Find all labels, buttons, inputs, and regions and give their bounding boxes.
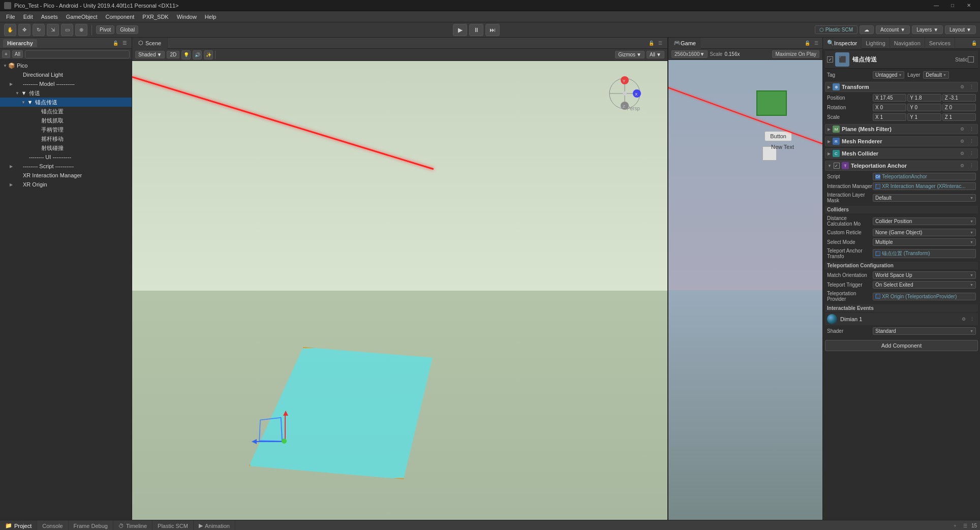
layer-dropdown[interactable]: Default [923, 71, 949, 79]
game-menu-icon[interactable]: ☰ [812, 39, 820, 47]
hierarchy-item[interactable]: ▼📦Pico [0, 61, 132, 70]
menu-item-component[interactable]: Component [101, 13, 138, 21]
hierarchy-item[interactable]: 手柄管理 [0, 125, 132, 134]
inspector-tab[interactable]: 🔍 Inspector [823, 38, 862, 49]
scene-tab[interactable]: ⬡ Scene [132, 38, 168, 49]
inspector-lock-icon[interactable]: 🔓 [970, 39, 978, 47]
move-tool-button[interactable]: ✥ [18, 24, 30, 36]
lighting-tab[interactable]: Lighting [862, 38, 890, 49]
hierarchy-item[interactable]: ▼▼锚点传送 [0, 98, 132, 107]
teleportation-anchor-header[interactable]: ▼ ✓ T Teleportation Anchor ⚙ ⋮ [825, 161, 978, 171]
scale-z[interactable]: Z 1 [942, 113, 976, 121]
services-tab[interactable]: Services [925, 38, 955, 49]
scene-lock-icon[interactable]: 🔓 [647, 39, 655, 47]
active-checkbox[interactable]: ✓ [827, 56, 833, 63]
im-value[interactable]: ⬛ XR Interaction Manager (XRInterac... [873, 182, 976, 190]
cr-dropdown[interactable]: None (Game Object) [873, 229, 976, 236]
teleportation-anchor-checkbox[interactable]: ✓ [834, 163, 840, 169]
rot-z[interactable]: Z 0 [942, 104, 976, 111]
shading-dropdown[interactable]: Shaded▼ [135, 51, 165, 58]
plastic-scm-button[interactable]: ⬡ Plastic SCM [815, 25, 858, 34]
mesh-renderer-header[interactable]: ▶ R Mesh Renderer ⚙ ⋮ [825, 136, 978, 146]
all-dropdown[interactable]: All▼ [647, 51, 664, 58]
hierarchy-item[interactable]: 射线抓取 [0, 116, 132, 125]
hierarchy-add-button[interactable]: + [2, 50, 10, 58]
pos-y[interactable]: Y 1.8 [907, 94, 941, 102]
menu-item-help[interactable]: Help [201, 13, 221, 21]
timeline-tab[interactable]: ⏱ Timeline [113, 520, 152, 531]
close-button[interactable]: ✕ [962, 0, 976, 11]
dcm-dropdown[interactable]: Collider Position [873, 217, 976, 225]
hierarchy-item[interactable]: XR Interaction Manager [0, 171, 132, 180]
scale-y[interactable]: Y 1 [907, 113, 941, 121]
hierarchy-item[interactable]: 锚点位置 [0, 107, 132, 116]
resolution-dropdown[interactable]: 2560x1600▼ [671, 50, 708, 58]
game-lock-icon[interactable]: 🔓 [803, 39, 811, 47]
material-more-icon[interactable]: ⋮ [968, 315, 976, 323]
hierarchy-lock-icon[interactable]: 🔓 [111, 39, 119, 47]
menu-item-edit[interactable]: Edit [19, 13, 37, 21]
shader-dropdown[interactable]: Standard [873, 327, 976, 335]
hierarchy-menu-icon[interactable]: ☰ [120, 39, 129, 47]
2d-toggle[interactable]: 2D [167, 51, 179, 58]
tag-dropdown[interactable]: Untagged [873, 71, 904, 79]
hierarchy-item[interactable]: ▶-------- Script ---------- [0, 162, 132, 171]
plastic-scm-bottom-tab[interactable]: Plastic SCM [152, 520, 194, 531]
scale-x[interactable]: X 1 [873, 113, 906, 121]
mesh-filter-more-icon[interactable]: ⋮ [967, 125, 975, 133]
transform-more-icon[interactable]: ⋮ [967, 83, 975, 91]
pos-z[interactable]: Z -3.1 [942, 94, 976, 102]
mesh-renderer-more-icon[interactable]: ⋮ [967, 137, 975, 145]
teleportation-more-icon[interactable]: ⋮ [967, 162, 975, 170]
pivot-dropdown[interactable]: Pivot [96, 25, 114, 34]
navigation-tab[interactable]: Navigation [890, 38, 925, 49]
mesh-collider-more-icon[interactable]: ⋮ [967, 149, 975, 158]
hierarchy-item[interactable]: 摇杆移动 [0, 134, 132, 143]
gizmos-dropdown[interactable]: Gizmos▼ [615, 51, 645, 58]
scene-menu-icon[interactable]: ☰ [656, 39, 664, 47]
scene-fx-button[interactable]: ✨ [204, 50, 213, 59]
material-settings-icon[interactable]: ⚙ [960, 315, 968, 323]
hierarchy-item[interactable]: ▶-------- Model ---------- [0, 79, 132, 88]
menu-item-file[interactable]: File [2, 13, 19, 21]
static-checkbox[interactable] [968, 56, 974, 63]
layers-button[interactable]: Layers▼ [912, 25, 943, 34]
game-view[interactable]: Button New Text [668, 60, 822, 520]
mesh-collider-settings-icon[interactable]: ⚙ [958, 149, 966, 158]
minimize-button[interactable]: — [929, 0, 943, 11]
add-component-button[interactable]: Add Component [825, 340, 978, 351]
teleportation-settings-icon[interactable]: ⚙ [958, 162, 966, 170]
hierarchy-item[interactable]: 射线碰撞 [0, 143, 132, 152]
cloud-button[interactable]: ☁ [860, 25, 874, 34]
animation-tab[interactable]: ▶ Animation [194, 520, 235, 531]
game-tab[interactable]: 🎮 Game [668, 38, 701, 49]
mesh-collider-header[interactable]: ▶ C Mesh Collider ⚙ ⋮ [825, 148, 978, 159]
project-tab[interactable]: 📁 Project [0, 520, 37, 531]
hierarchy-item[interactable]: -------- UI ---------- [0, 152, 132, 162]
bottom-panel-menu-icon[interactable]: ☰ [961, 522, 969, 530]
account-button[interactable]: Account▼ [876, 25, 910, 34]
menu-item-window[interactable]: Window [173, 13, 201, 21]
ilm-dropdown[interactable]: Default [873, 194, 976, 202]
mesh-renderer-settings-icon[interactable]: ⚙ [958, 137, 966, 145]
mesh-filter-settings-icon[interactable]: ⚙ [958, 125, 966, 133]
rect-tool-button[interactable]: ▭ [61, 24, 73, 36]
transform-component-header[interactable]: ▶ ⊕ Transform ⚙ ⋮ [825, 82, 978, 92]
hierarchy-item[interactable]: ▼▼传送 [0, 88, 132, 98]
tp-value[interactable]: ⬛ XR Origin (TeleportationProvider) [873, 293, 976, 300]
hierarchy-item[interactable]: Directional Light [0, 70, 132, 79]
layout-button[interactable]: Layout▼ [945, 25, 976, 34]
console-tab[interactable]: Console [37, 520, 68, 531]
maximize-on-play[interactable]: Maximize On Play [772, 50, 819, 58]
frame-debug-tab[interactable]: Frame Debug [69, 520, 113, 531]
scene-view[interactable]: Y X Z Persp [132, 61, 667, 520]
hierarchy-tab[interactable]: Hierarchy [3, 39, 37, 47]
mo-dropdown[interactable]: World Space Up [873, 271, 976, 279]
play-button[interactable]: ▶ [453, 24, 467, 36]
maximize-button[interactable]: □ [945, 0, 960, 11]
menu-item-assets[interactable]: Assets [37, 13, 62, 21]
rotate-tool-button[interactable]: ↻ [33, 24, 45, 36]
transform-tool-button[interactable]: ⊕ [75, 24, 87, 36]
at-value[interactable]: ⬛ 锚点位置 (Transform) [873, 249, 976, 258]
hierarchy-all-button[interactable]: All [12, 50, 23, 58]
